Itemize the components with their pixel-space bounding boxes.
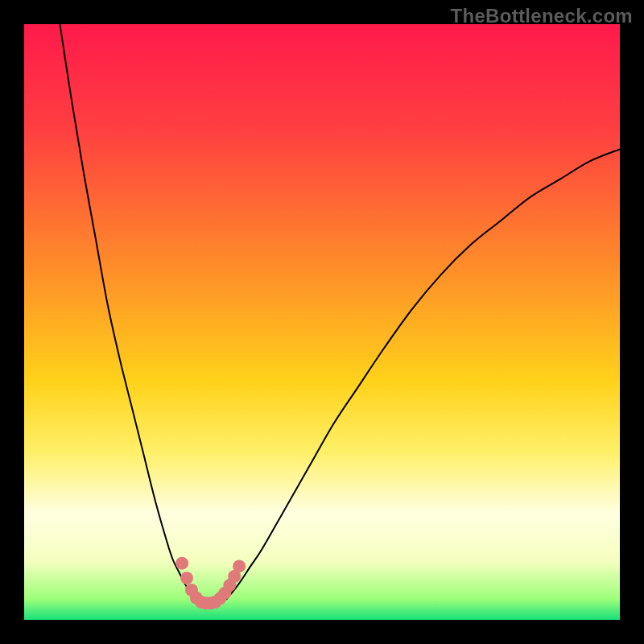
watermark-text: TheBottleneck.com bbox=[451, 5, 633, 27]
chart-container: TheBottleneck.com bbox=[0, 0, 644, 644]
gradient-background bbox=[24, 24, 620, 620]
marker-point bbox=[175, 557, 188, 570]
marker-point bbox=[233, 559, 246, 572]
chart-svg bbox=[24, 24, 620, 620]
marker-point bbox=[180, 572, 193, 584]
plot-area bbox=[24, 24, 620, 620]
